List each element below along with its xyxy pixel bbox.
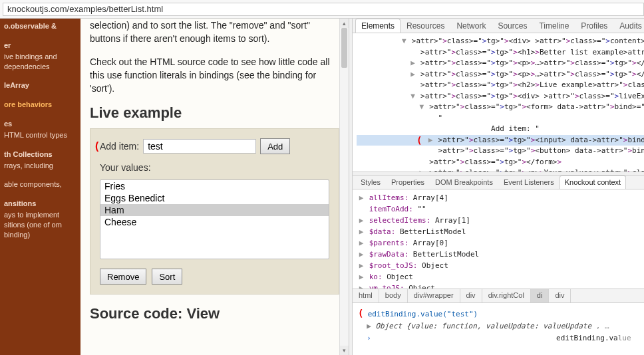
list-item[interactable]: Ham bbox=[100, 204, 329, 216]
context-property[interactable]: ▶ allItems: Array[4] bbox=[358, 192, 644, 203]
intro-para-2: Check out the HTML source code to see ho… bbox=[90, 55, 339, 96]
heading-live-example: Live example bbox=[90, 104, 339, 122]
sidebar-item[interactable]: HTML control types bbox=[4, 130, 77, 140]
breadcrumb-item[interactable]: div bbox=[549, 289, 571, 302]
sidebar-item[interactable]: ive bindings and dependencies bbox=[4, 52, 77, 72]
add-button[interactable]: Add bbox=[260, 138, 290, 154]
sidebar-tab[interactable]: Styles bbox=[355, 176, 386, 189]
breadcrumb-item[interactable]: div.rightCol bbox=[482, 289, 531, 302]
breadcrumb-item[interactable]: div bbox=[460, 289, 482, 302]
intro-para-1: selection) and to sort the list. The "re… bbox=[90, 19, 339, 46]
context-property[interactable]: ▶ selectedItems: Array[1] bbox=[358, 215, 644, 226]
list-item[interactable]: Eggs Benedict bbox=[100, 192, 329, 204]
marker-icon: ( bbox=[95, 140, 98, 152]
sidebar-tab[interactable]: DOM Breakpoints bbox=[430, 176, 498, 189]
sidebar-item[interactable]: ansitions bbox=[4, 199, 77, 209]
console-object: Object {value: function, valueUpdate: bbox=[376, 322, 539, 330]
breadcrumb-item[interactable]: html bbox=[353, 289, 379, 302]
sidebar-item[interactable]: rrays, including bbox=[4, 161, 77, 171]
sidebar-item[interactable]: able components, bbox=[4, 179, 77, 189]
devtools-tabs: ElementsResourcesNetworkSourcesTimelineP… bbox=[353, 19, 644, 33]
sidebar-item[interactable]: ore behaviors bbox=[4, 100, 77, 110]
live-example-box: ( Add item: Add Your values: FriesEggs B… bbox=[90, 128, 339, 295]
scroll-thumb[interactable] bbox=[341, 28, 347, 68]
dom-node[interactable]: >attr>">class>=">tg>"></form>> bbox=[357, 157, 644, 168]
breadcrumb-item[interactable]: div#wrapper bbox=[408, 289, 460, 302]
dom-node[interactable]: >attr>">class>=">tg>"><h1>>Better list e… bbox=[357, 47, 644, 59]
sidebar-item[interactable]: th Collections bbox=[4, 150, 77, 160]
context-property[interactable]: ▶ vm_toJS: Object bbox=[358, 283, 644, 289]
address-bar bbox=[0, 0, 644, 19]
items-listbox[interactable]: FriesEggs BenedictHamCheese bbox=[100, 179, 329, 259]
dom-node[interactable]: ( ▶ >attr>">class>=">tg>"><input> data->… bbox=[357, 135, 644, 146]
devtools-tab[interactable]: Resources bbox=[401, 19, 450, 33]
dom-node[interactable]: >attr>">class>=">tg>"><h2>>Live example>… bbox=[357, 80, 644, 91]
devtools-tab[interactable]: Audits bbox=[613, 19, 644, 33]
devtools-tab[interactable]: Elements bbox=[355, 19, 401, 33]
context-property[interactable]: ▶ $rawData: BetterListModel bbox=[358, 249, 644, 260]
list-item[interactable]: Cheese bbox=[100, 216, 329, 228]
sidebar-tab[interactable]: Knockout context bbox=[560, 176, 626, 189]
remove-button[interactable]: Remove bbox=[100, 269, 146, 285]
dom-node[interactable]: Add item: " bbox=[357, 124, 644, 135]
devtools-tab[interactable]: Network bbox=[450, 19, 492, 33]
sort-button[interactable]: Sort bbox=[152, 269, 182, 285]
devtools-tab[interactable]: Sources bbox=[492, 19, 533, 33]
elements-dom-tree[interactable]: ▼ >attr>">class>=">tg>"><div> >attr>">cl… bbox=[353, 33, 644, 172]
dom-node[interactable]: ▶ >attr>">class>=">tg>"><p>>…>attr>">cla… bbox=[357, 69, 644, 80]
heading-source-code: Source code: View bbox=[90, 305, 339, 322]
url-input[interactable] bbox=[3, 3, 644, 16]
add-item-input[interactable] bbox=[143, 139, 256, 154]
sidebar-item[interactable]: ays to implement sitions (one of om bind… bbox=[4, 210, 77, 240]
sidebar-item[interactable]: o.observable & bbox=[4, 21, 77, 31]
breadcrumb-item[interactable]: di bbox=[531, 289, 550, 302]
sidebar-tab[interactable]: Event Listeners bbox=[498, 176, 560, 189]
devtools-tab[interactable]: Profiles bbox=[575, 19, 613, 33]
sidebar-nav: o.observable &erive bindings and depende… bbox=[0, 19, 80, 355]
dom-node[interactable]: ▼ >attr>">class>=">tg>"><div> >attr>">cl… bbox=[357, 36, 644, 47]
context-property[interactable]: ▶ $root_toJS: Object bbox=[358, 260, 644, 271]
breadcrumb-item[interactable]: body bbox=[379, 289, 408, 302]
context-property[interactable]: ▶ $data: BetterListModel bbox=[358, 226, 644, 237]
marker-icon: ( bbox=[358, 306, 363, 320]
dom-node[interactable]: >attr>">class>=">tg>"><button> data->att… bbox=[357, 146, 644, 157]
dom-node[interactable]: " bbox=[357, 113, 644, 124]
context-property[interactable]: ▶ $parents: Array[0] bbox=[358, 237, 644, 249]
sidebar-item[interactable]: es bbox=[4, 119, 77, 129]
console-pane[interactable]: ( editBinding.value("test") ▶ Object {va… bbox=[353, 303, 644, 347]
sidebar-item[interactable]: er bbox=[4, 41, 77, 51]
context-property[interactable]: ▶ ko: Object bbox=[358, 271, 644, 283]
add-item-label: ( Add item: bbox=[100, 141, 139, 152]
console-input-text[interactable]: editBinding.va bbox=[556, 334, 618, 342]
mid-tabs: StylesPropertiesDOM BreakpointsEvent Lis… bbox=[353, 176, 644, 189]
devtools-panel: ElementsResourcesNetworkSourcesTimelineP… bbox=[353, 19, 644, 355]
dom-node[interactable]: ▼ >attr>">class>=">tg>"><form> data->att… bbox=[357, 102, 644, 113]
sidebar-tab[interactable]: Properties bbox=[386, 176, 430, 189]
page-content: selection) and to sort the list. The "re… bbox=[80, 19, 349, 355]
devtools-tab[interactable]: Timeline bbox=[533, 19, 575, 33]
console-call: editBinding.value("test") bbox=[368, 310, 478, 318]
context-property[interactable]: itemToAdd: "" bbox=[358, 203, 644, 215]
dom-node[interactable]: ▶ >attr>">class>=">tg>"><p>>…>attr>">cla… bbox=[357, 58, 644, 69]
breadcrumb: htmlbodydiv#wrapperdivdiv.rightColdidiv bbox=[353, 289, 644, 303]
list-item[interactable]: Fries bbox=[100, 180, 329, 192]
console-prompt-icon: › bbox=[367, 334, 371, 342]
dom-node[interactable]: ▼ >attr>">class>=">tg>"><div> >attr>">cl… bbox=[357, 91, 644, 102]
content-scrollbar[interactable]: ▴ ▾ bbox=[339, 19, 349, 355]
dom-node[interactable]: ▶ >attr>">class>=">tg>"><p>>Your values:… bbox=[357, 168, 644, 172]
sidebar-item[interactable]: leArray bbox=[4, 80, 77, 90]
your-values-label: Your values: bbox=[100, 162, 329, 173]
scroll-up-icon[interactable]: ▴ bbox=[340, 19, 349, 28]
knockout-context-pane[interactable]: ▶ allItems: Array[4] itemToAdd: ""▶ sele… bbox=[353, 189, 644, 289]
scroll-down-icon[interactable]: ▾ bbox=[340, 346, 349, 355]
